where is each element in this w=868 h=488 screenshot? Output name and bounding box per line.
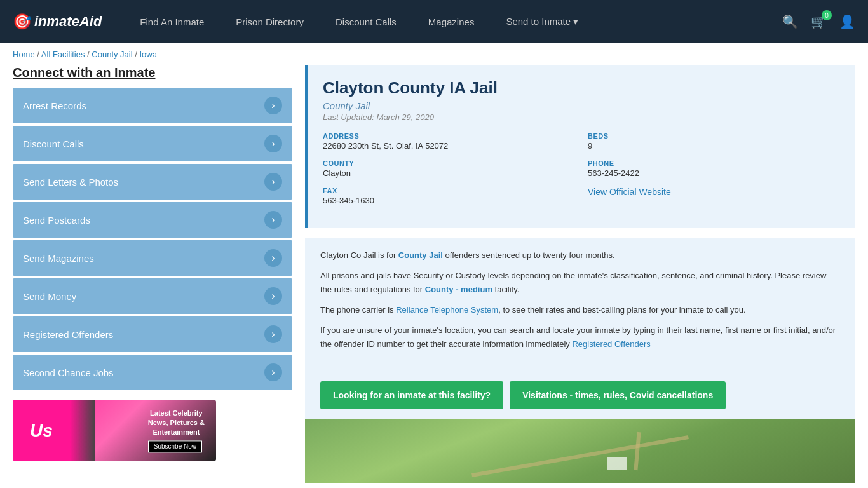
sidebar-menu: Arrest Records › Discount Calls › Send L… (13, 88, 292, 390)
fax-label: FAX (323, 187, 575, 194)
arrow-icon: › (264, 249, 282, 267)
nav-prison-directory[interactable]: Prison Directory (236, 17, 304, 27)
arrow-icon: › (264, 135, 282, 152)
breadcrumb-iowa[interactable]: Iowa (139, 50, 156, 59)
sidebar-item-discount-calls[interactable]: Discount Calls › (13, 126, 292, 161)
facility-updated: Last Updated: March 29, 2020 (323, 112, 840, 122)
county-jail-link-1[interactable]: County Jail (398, 250, 443, 260)
nav-find-inmate[interactable]: Find An Inmate (140, 17, 204, 27)
nav-discount-calls[interactable]: Discount Calls (336, 17, 397, 27)
arrow-icon: › (264, 173, 282, 191)
facility-type: County Jail (323, 100, 840, 111)
map-image (305, 419, 855, 483)
desc-paragraph-1: Clayton Co Jail is for County Jail offen… (320, 248, 840, 262)
breadcrumb-county-jail[interactable]: County Jail (92, 50, 132, 59)
breadcrumb: Home / All Facilities / County Jail / Io… (0, 43, 868, 65)
looking-for-inmate-button[interactable]: Looking for an inmate at this facility? (320, 381, 503, 409)
sidebar-item-send-letters[interactable]: Send Letters & Photos › (13, 164, 292, 200)
sidebar-item-arrest-records[interactable]: Arrest Records › (13, 88, 292, 123)
registered-offenders-link[interactable]: Registered Offenders (572, 339, 650, 349)
beds-label: BEDS (588, 132, 840, 140)
logo-text: inmateAid (34, 13, 102, 30)
user-icon[interactable]: 👤 (839, 14, 855, 29)
website-group: View Official Website (588, 187, 840, 205)
sidebar-item-second-chance-jobs[interactable]: Second Chance Jobs › (13, 355, 292, 390)
action-buttons: Looking for an inmate at this facility? … (305, 371, 855, 419)
ad-logo: Us (30, 421, 53, 441)
address-label: ADDRESS (323, 132, 575, 140)
cart-badge: 0 (822, 10, 832, 20)
main-content: Clayton County IA Jail County Jail Last … (305, 65, 855, 483)
visitations-button[interactable]: Visitations - times, rules, Covid cancel… (510, 381, 726, 409)
map-road-vertical (634, 431, 641, 470)
phone-value: 563-245-2422 (588, 168, 840, 178)
arrow-icon: › (264, 211, 282, 229)
county-group: COUNTY Clayton (323, 159, 575, 178)
county-value: Clayton (323, 168, 575, 178)
arrow-icon: › (264, 363, 282, 381)
ad-subscribe-button[interactable]: Subscribe Now (148, 440, 202, 452)
facility-description: Clayton Co Jail is for County Jail offen… (305, 238, 855, 371)
arrow-icon: › (264, 97, 282, 114)
breadcrumb-home[interactable]: Home (13, 50, 35, 59)
facility-name: Clayton County IA Jail (323, 78, 840, 98)
facility-card: Clayton County IA Jail County Jail Last … (305, 65, 855, 228)
search-icon[interactable]: 🔍 (782, 14, 798, 29)
header-icons: 🔍 🛒 0 👤 (782, 14, 855, 29)
beds-value: 9 (588, 141, 840, 151)
ad-banner: Us Latest Celebrity News, Pictures & Ent… (13, 400, 216, 461)
sidebar-item-send-money[interactable]: Send Money › (13, 278, 292, 314)
facility-details: ADDRESS 22680 230th St, St. Olaf, IA 520… (323, 132, 840, 205)
breadcrumb-all-facilities[interactable]: All Facilities (41, 50, 85, 59)
map-road-horizontal (471, 435, 689, 477)
cart-icon[interactable]: 🛒 0 (811, 14, 827, 29)
county-label: COUNTY (323, 159, 575, 167)
website-link[interactable]: View Official Website (588, 187, 671, 197)
address-value: 22680 230th St, St. Olaf, IA 52072 (323, 141, 575, 151)
arrow-icon: › (264, 325, 282, 343)
ad-text: Latest Celebrity News, Pictures & Entert… (143, 403, 210, 458)
arrow-icon: › (264, 287, 282, 305)
nav-send-to-inmate[interactable]: Send to Inmate ▾ (506, 16, 578, 27)
beds-group: BEDS 9 (588, 132, 840, 151)
phone-label: PHONE (588, 159, 840, 167)
site-logo[interactable]: 🎯 inmateAid (13, 13, 102, 30)
sidebar-item-send-postcards[interactable]: Send Postcards › (13, 202, 292, 238)
fax-value: 563-345-1630 (323, 196, 575, 205)
facility-map (305, 419, 855, 483)
sidebar-title: Connect with an Inmate (13, 65, 292, 80)
phone-group: PHONE 563-245-2422 (588, 159, 840, 178)
sidebar-item-send-magazines[interactable]: Send Magazines › (13, 240, 292, 276)
county-medium-link[interactable]: County - medium (425, 285, 492, 294)
reliance-link[interactable]: Reliance Telephone System (396, 305, 498, 315)
desc-paragraph-3: The phone carrier is Reliance Telephone … (320, 303, 840, 317)
sidebar-item-registered-offenders[interactable]: Registered Offenders › (13, 316, 292, 352)
map-building (607, 458, 627, 470)
desc-paragraph-4: If you are unsure of your inmate's locat… (320, 323, 840, 351)
logo-icon: 🎯 (13, 13, 32, 30)
sidebar: Connect with an Inmate Arrest Records › … (13, 65, 292, 483)
main-nav: Find An Inmate Prison Directory Discount… (140, 16, 757, 27)
nav-magazines[interactable]: Magazines (428, 17, 475, 27)
address-group: ADDRESS 22680 230th St, St. Olaf, IA 520… (323, 132, 575, 151)
desc-paragraph-2: All prisons and jails have Security or C… (320, 269, 840, 297)
fax-group: FAX 563-345-1630 (323, 187, 575, 205)
